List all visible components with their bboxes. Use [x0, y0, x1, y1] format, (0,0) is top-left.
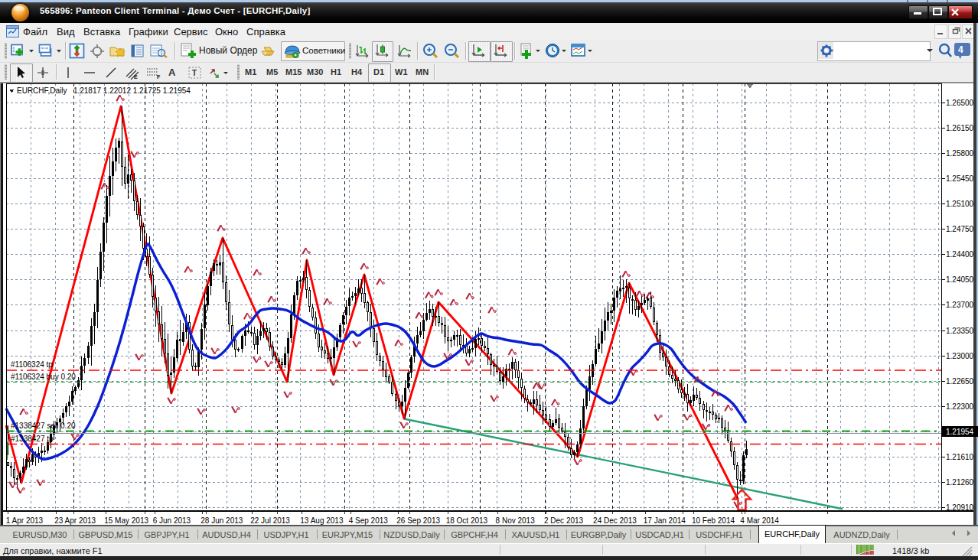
svg-text:1.21610: 1.21610 [946, 453, 974, 461]
svg-text:1.25800: 1.25800 [946, 149, 974, 158]
svg-text:1.24050: 1.24050 [946, 275, 974, 284]
svg-text:EURCHF,Daily 1.21817 1.22012: EURCHF,Daily 1.21817 1.22012 1.21725 1.2… [17, 86, 191, 95]
svg-text:15 May 2013: 15 May 2013 [104, 516, 148, 525]
svg-text:26 Sep 2013: 26 Sep 2013 [396, 516, 440, 525]
svg-text:17 Jan 2014: 17 Jan 2014 [644, 516, 686, 525]
svg-text:1.24750: 1.24750 [946, 225, 974, 233]
svg-text:1.24400: 1.24400 [946, 250, 974, 259]
svg-text:23 Apr 2013: 23 Apr 2013 [54, 516, 96, 525]
svg-text:1.22300: 1.22300 [946, 402, 974, 411]
svg-text:1 Apr 2013: 1 Apr 2013 [6, 516, 44, 525]
svg-text:1.26500: 1.26500 [946, 99, 974, 107]
svg-text:28 Jun 2013: 28 Jun 2013 [200, 516, 243, 525]
svg-text:1.25100: 1.25100 [946, 200, 974, 208]
svg-text:10 Feb 2014: 10 Feb 2014 [692, 516, 735, 525]
svg-text:#1106324 tp: #1106324 tp [11, 360, 53, 369]
svg-text:24 Dec 2013: 24 Dec 2013 [593, 516, 637, 525]
svg-text:#1106324 buy 0.20: #1106324 buy 0.20 [11, 373, 76, 381]
svg-text:8 Nov 2013: 8 Nov 2013 [496, 516, 536, 525]
svg-text:1.26150: 1.26150 [946, 124, 974, 132]
svg-text:4 Mar 2014: 4 Mar 2014 [740, 516, 779, 525]
svg-text:#1338427 tp: #1338427 tp [11, 435, 54, 443]
svg-text:1.21954: 1.21954 [946, 428, 974, 436]
svg-text:13 Aug 2013: 13 Aug 2013 [300, 516, 344, 525]
svg-text:1.21260: 1.21260 [946, 478, 974, 487]
svg-text:1.20910: 1.20910 [946, 503, 974, 512]
svg-text:1.22650: 1.22650 [946, 377, 974, 386]
svg-text:1.23350: 1.23350 [946, 327, 974, 335]
svg-text:4 Sep 2013: 4 Sep 2013 [349, 516, 389, 525]
svg-text:18 Oct 2013: 18 Oct 2013 [446, 516, 488, 525]
svg-text:1.23000: 1.23000 [946, 352, 974, 360]
svg-text:6 Jun 2013: 6 Jun 2013 [153, 516, 191, 525]
svg-text:1.25450: 1.25450 [946, 174, 974, 183]
svg-text:#1338427 sell 0.20: #1338427 sell 0.20 [11, 422, 76, 430]
svg-text:2 Dec 2013: 2 Dec 2013 [544, 516, 584, 525]
svg-text:22 Jul 2013: 22 Jul 2013 [250, 516, 290, 525]
svg-text:1.23700: 1.23700 [946, 301, 974, 309]
